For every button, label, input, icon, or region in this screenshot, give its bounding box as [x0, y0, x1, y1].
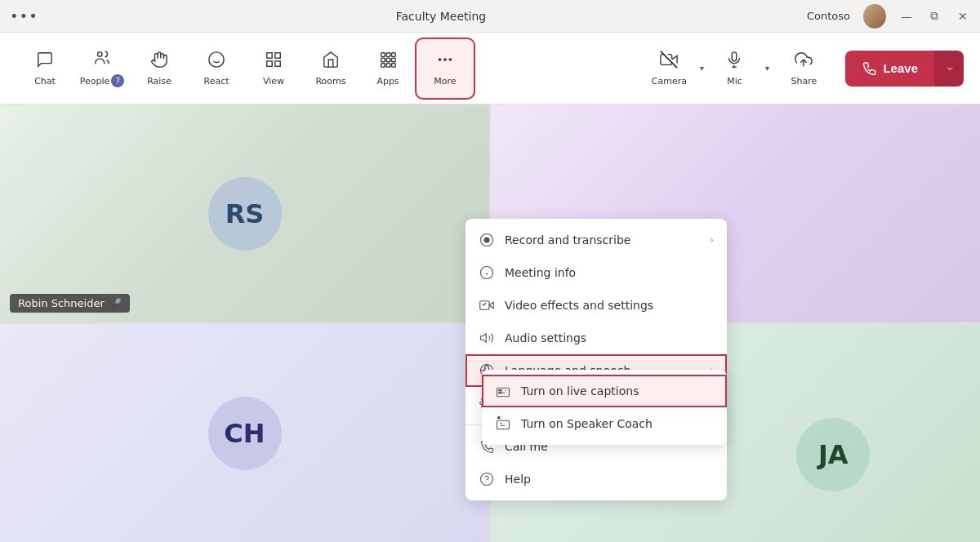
menu-item-speaker-coach[interactable]: Turn on Speaker Coach: [482, 407, 727, 440]
share-label: Share: [791, 76, 817, 87]
toolbar-chat[interactable]: Chat: [16, 39, 74, 98]
more-options-icon[interactable]: •••: [10, 7, 38, 24]
toolbar-rooms[interactable]: Rooms: [302, 39, 359, 98]
toolbar: Chat People7: [0, 33, 980, 104]
svg-rect-7: [275, 60, 280, 65]
camera-off-icon: [660, 51, 678, 73]
svg-rect-15: [386, 63, 390, 67]
video-effects-label: Video effects and settings: [505, 299, 714, 312]
restore-button[interactable]: ⧉: [927, 9, 942, 23]
menu-item-record[interactable]: Record and transcribe ›: [466, 224, 727, 256]
people-label: People7: [80, 74, 125, 87]
svg-rect-6: [267, 60, 272, 65]
camera-arrow[interactable]: ▾: [693, 39, 710, 98]
people-icon: [93, 49, 111, 71]
toolbar-right: Camera ▾ Mic ▾: [644, 39, 964, 98]
window-title: Faculty Meeting: [75, 10, 807, 23]
svg-rect-11: [381, 58, 385, 62]
meeting-info-label: Meeting info: [505, 266, 714, 279]
minimize-button[interactable]: —: [899, 10, 914, 23]
svg-rect-14: [381, 63, 385, 67]
react-label: React: [203, 76, 229, 87]
svg-point-40: [481, 473, 493, 486]
view-icon: [265, 51, 283, 73]
chat-icon: [36, 51, 54, 73]
raise-label: Raise: [147, 76, 172, 87]
help-icon: [479, 471, 495, 487]
leave-dropdown-button[interactable]: [934, 51, 964, 87]
info-icon: [479, 264, 495, 281]
more-label: More: [434, 76, 456, 87]
company-name: Contoso: [807, 10, 850, 22]
svg-point-31: [484, 238, 489, 242]
toolbar-apps[interactable]: Apps: [359, 39, 416, 98]
toolbar-more[interactable]: More: [416, 39, 474, 98]
phone-leave-icon: [862, 61, 876, 76]
help-label: Help: [505, 473, 714, 486]
svg-point-0: [98, 52, 103, 56]
avatar: [863, 4, 886, 29]
title-bar-left: •••: [10, 7, 75, 24]
toolbar-left: Chat People7: [16, 39, 644, 98]
svg-rect-13: [392, 58, 396, 62]
live-captions-label: Turn on live captions: [521, 384, 714, 398]
avatar-ja: JA: [796, 418, 870, 491]
chevron-down-icon: [945, 64, 955, 73]
mic-icon: [725, 51, 743, 73]
menu-item-live-captions[interactable]: Turn on live captions: [482, 375, 727, 407]
toolbar-mic[interactable]: Mic: [710, 39, 759, 98]
captions-icon: [495, 383, 511, 399]
menu-item-help[interactable]: Help: [466, 463, 727, 495]
react-icon: [207, 51, 225, 73]
sub-dropdown-menu: Turn on live captions Turn on Speaker Co…: [482, 370, 727, 445]
record-arrow: ›: [710, 234, 714, 246]
svg-point-1: [209, 51, 224, 66]
toolbar-camera[interactable]: Camera: [644, 39, 693, 98]
svg-rect-35: [480, 301, 489, 310]
toolbar-view[interactable]: View: [245, 39, 302, 98]
svg-rect-8: [381, 52, 385, 56]
title-bar: ••• Faculty Meeting Contoso — ⧉ ✕: [0, 0, 980, 33]
raise-icon: [150, 51, 168, 73]
close-button[interactable]: ✕: [956, 10, 970, 23]
mic-arrow[interactable]: ▾: [759, 39, 775, 98]
mute-icon-rs: 🎤: [109, 298, 122, 309]
avatar-ch: CH: [208, 397, 282, 470]
audio-settings-label: Audio settings: [505, 331, 714, 344]
menu-item-video-effects[interactable]: Video effects and settings: [466, 289, 727, 322]
svg-rect-28: [497, 420, 510, 429]
toolbar-react[interactable]: React: [188, 39, 245, 98]
video-grid: RS Robin Schneider 🎤 CH JA Turn on live …: [0, 104, 980, 542]
mic-label: Mic: [727, 76, 742, 87]
video-effects-icon: [479, 297, 495, 313]
menu-item-meeting-info[interactable]: Meeting info: [466, 256, 727, 289]
leave-btn-container: Leave: [845, 51, 964, 87]
svg-rect-4: [267, 52, 272, 57]
toolbar-raise[interactable]: Raise: [131, 39, 188, 98]
more-dropdown-menu: Record and transcribe › Meeting info: [466, 219, 727, 500]
menu-item-audio-settings[interactable]: Audio settings: [466, 322, 727, 354]
toolbar-share[interactable]: Share: [775, 39, 832, 98]
svg-point-18: [443, 58, 447, 61]
share-icon: [795, 51, 813, 73]
people-badge: 7: [111, 74, 124, 87]
rooms-label: Rooms: [315, 76, 345, 87]
svg-rect-10: [392, 52, 396, 56]
svg-point-19: [449, 58, 452, 61]
svg-rect-12: [386, 58, 390, 62]
svg-marker-36: [481, 334, 487, 343]
avatar-rs: RS: [208, 177, 282, 251]
audio-icon: [479, 330, 495, 346]
participant-name-rs: Robin Schneider 🎤: [10, 294, 130, 313]
speaker-coach-label: Turn on Speaker Coach: [521, 417, 714, 430]
svg-rect-16: [392, 63, 396, 67]
svg-rect-5: [275, 52, 280, 57]
chat-label: Chat: [34, 76, 56, 87]
toolbar-mic-group: Mic ▾: [710, 39, 775, 98]
toolbar-people[interactable]: People7: [74, 39, 131, 98]
speaker-coach-icon: [495, 415, 511, 432]
record-label: Record and transcribe: [505, 233, 700, 247]
leave-button[interactable]: Leave: [845, 51, 934, 87]
video-panel-1: RS Robin Schneider 🎤: [0, 104, 489, 322]
apps-label: Apps: [376, 76, 399, 87]
